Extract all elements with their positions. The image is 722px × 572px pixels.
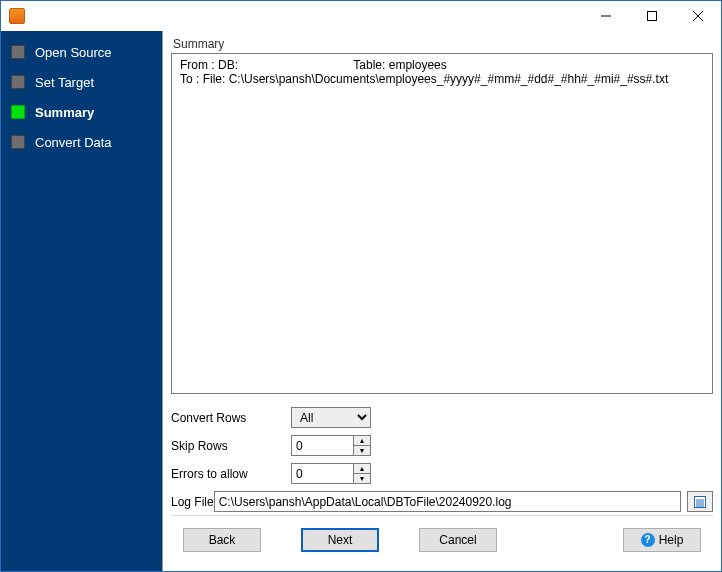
help-icon: ? [641, 533, 655, 547]
wizard-footer: Back Next Cancel ? Help [171, 515, 713, 563]
convert-rows-select[interactable]: All [291, 407, 371, 428]
cancel-button[interactable]: Cancel [419, 528, 497, 552]
maximize-button[interactable] [629, 1, 675, 31]
summary-from-table: Table: employees [353, 58, 446, 72]
minimize-button[interactable] [583, 1, 629, 31]
svg-line-3 [693, 11, 703, 21]
sidebar-item-open-source[interactable]: Open Source [1, 37, 162, 67]
skip-rows-up-button[interactable]: ▲ [353, 435, 371, 445]
titlebar [1, 1, 721, 31]
app-window: Open Source Set Target Summary Convert D… [0, 0, 722, 572]
sidebar-item-label: Open Source [35, 45, 112, 60]
errors-up-button[interactable]: ▲ [353, 463, 371, 473]
close-button[interactable] [675, 1, 721, 31]
summary-from-label: From : DB: [180, 58, 238, 72]
browse-icon [693, 495, 707, 509]
sidebar-item-label: Convert Data [35, 135, 112, 150]
summary-text-box: From : DB: Table: employees To : File: C… [171, 53, 713, 394]
svg-rect-1 [648, 11, 657, 20]
next-button[interactable]: Next [301, 528, 379, 552]
step-box-icon [11, 75, 25, 89]
log-file-browse-button[interactable] [687, 491, 713, 512]
svg-line-2 [693, 11, 703, 21]
sidebar-item-label: Set Target [35, 75, 94, 90]
step-box-icon [11, 135, 25, 149]
log-file-label: Log File [171, 495, 214, 509]
options-form: Convert Rows All Skip Rows ▲ ▼ [171, 404, 713, 515]
errors-allow-input[interactable] [291, 463, 353, 484]
sidebar-item-summary[interactable]: Summary [1, 97, 162, 127]
sidebar-item-label: Summary [35, 105, 94, 120]
summary-to-line: To : File: C:\Users\pansh\Documents\empl… [180, 72, 704, 86]
skip-rows-down-button[interactable]: ▼ [353, 445, 371, 456]
help-button[interactable]: ? Help [623, 528, 701, 552]
sidebar-item-convert-data[interactable]: Convert Data [1, 127, 162, 157]
section-title: Summary [173, 37, 713, 51]
step-box-icon [11, 105, 25, 119]
app-icon [9, 8, 25, 24]
main-panel: Summary From : DB: Table: employees To :… [163, 31, 721, 571]
help-button-label: Help [659, 533, 684, 547]
skip-rows-input[interactable] [291, 435, 353, 456]
log-file-input[interactable] [214, 491, 681, 512]
errors-down-button[interactable]: ▼ [353, 473, 371, 484]
step-box-icon [11, 45, 25, 59]
errors-allow-label: Errors to allow [171, 467, 291, 481]
wizard-sidebar: Open Source Set Target Summary Convert D… [1, 31, 163, 571]
back-button[interactable]: Back [183, 528, 261, 552]
convert-rows-label: Convert Rows [171, 411, 291, 425]
sidebar-item-set-target[interactable]: Set Target [1, 67, 162, 97]
skip-rows-label: Skip Rows [171, 439, 291, 453]
